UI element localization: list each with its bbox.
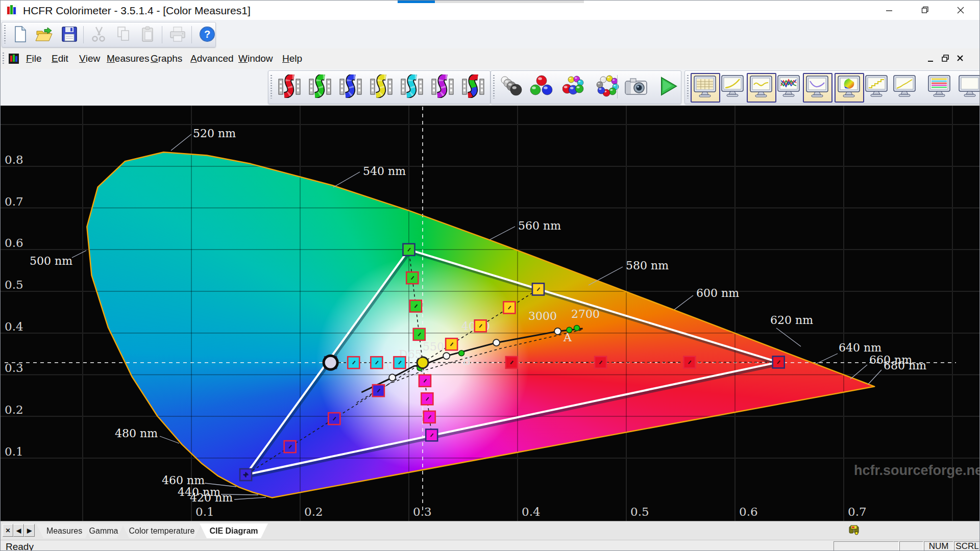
tab-measures[interactable]: Measures	[36, 523, 92, 538]
menu-measures[interactable]: Measures	[105, 48, 151, 69]
menu-advanced[interactable]: Advanced	[188, 48, 236, 69]
window-title: HCFR Colorimeter - 3.5.1.4 - [Color Meas…	[23, 5, 251, 17]
measure-red-film-icon	[278, 74, 301, 100]
view-nearblack-icon	[864, 74, 890, 100]
cut-scissors-icon	[90, 25, 108, 45]
wavelength-leader	[589, 267, 623, 285]
continuous-measure-button[interactable]	[592, 74, 624, 101]
cct-marker-5500	[443, 353, 450, 359]
wavelength-leader	[776, 328, 801, 346]
wavelength-label: 480 nm	[115, 427, 158, 440]
help-button[interactable]: ?	[195, 24, 219, 46]
x-axis-tick-label: 0.6	[739, 505, 758, 518]
print-button	[166, 24, 189, 46]
menu-help[interactable]: Help	[280, 48, 304, 69]
view-nearwhite-button[interactable]	[891, 73, 919, 102]
prev-tab-button[interactable]: ◀	[13, 524, 24, 537]
cie-diagram-view[interactable]: 95005500400030002700ABCD65520 nm540 nm56…	[1, 106, 980, 521]
mdi-document-icon	[9, 54, 19, 66]
menu-view[interactable]: View	[77, 48, 102, 69]
wavelength-leader	[850, 365, 867, 379]
view-measures-grid-icon	[693, 75, 718, 101]
view-extra-button[interactable]	[956, 73, 980, 102]
menubar-grip	[3, 53, 4, 65]
main-toolbar: ?	[1, 20, 980, 48]
status-message: Ready	[6, 541, 34, 551]
view-nearblack-button[interactable]	[863, 73, 891, 102]
measured-white-marker	[324, 356, 337, 369]
tab-color-temperature[interactable]: Color temperature	[122, 523, 202, 538]
y-axis-tick-label: 0.8	[5, 153, 23, 166]
view-color-temperature-button[interactable]	[775, 73, 803, 102]
wavelength-leader	[333, 172, 360, 187]
app-logo-icon	[6, 4, 18, 18]
mdi-close-button[interactable]	[956, 54, 964, 64]
gray-scale-measure-icon	[499, 75, 523, 99]
copy-icon	[115, 25, 132, 45]
window-close-button[interactable]	[946, 1, 975, 19]
wavelength-label: 460 nm	[162, 474, 205, 487]
x-axis-tick-label: 0.7	[848, 505, 867, 518]
wavelength-label: 580 nm	[626, 259, 669, 272]
view-rgb-levels-button[interactable]	[747, 73, 776, 103]
measure-cyan-button[interactable]	[398, 73, 426, 101]
view-gamma-icon	[720, 74, 746, 100]
mdi-controls	[926, 53, 977, 65]
run-measures-play-button[interactable]	[653, 74, 683, 101]
view-cie-diagram-icon	[837, 75, 862, 101]
menu-bar: FileEditViewMeasuresGraphsAdvancedWindow…	[1, 48, 980, 69]
menu-window[interactable]: Window	[236, 48, 275, 69]
window-restore-button[interactable]	[910, 1, 940, 19]
wavelength-leader	[868, 370, 881, 384]
open-folder-button[interactable]	[33, 24, 57, 46]
measure-green-film-icon	[308, 74, 332, 100]
wavelength-leader	[72, 251, 86, 258]
measure-blue-film-icon	[339, 74, 362, 100]
mdi-restore-button[interactable]	[941, 54, 950, 65]
view-luminance-button[interactable]	[803, 73, 832, 103]
gray-scale-measure-button[interactable]	[497, 74, 525, 101]
toolbar-separator	[162, 26, 162, 43]
new-document-button[interactable]	[9, 24, 32, 46]
wavelength-leader	[674, 295, 693, 310]
capture-camera-button[interactable]	[621, 74, 652, 101]
save-floppy-button[interactable]	[58, 24, 81, 46]
window-minimize-button[interactable]	[874, 1, 904, 19]
app-window: HCFR Colorimeter - 3.5.1.4 - [Color Meas…	[0, 0, 980, 551]
view-color-temperature-icon	[776, 74, 802, 100]
measure-yellow-button[interactable]	[367, 73, 396, 101]
next-tab-button[interactable]: ▶	[24, 524, 35, 537]
measure-magenta-button[interactable]	[428, 73, 457, 101]
menu-file[interactable]: File	[24, 48, 44, 69]
measure-yellow-film-icon	[370, 74, 393, 100]
toolbar-separator	[83, 26, 84, 43]
cct-label-2700: 2700	[571, 308, 600, 320]
measure-blue-button[interactable]	[336, 73, 365, 101]
measure-red-button[interactable]	[275, 73, 304, 101]
cct-label-3000: 3000	[528, 310, 557, 322]
view-gamma-button[interactable]	[719, 73, 747, 102]
sensor-icon	[848, 523, 860, 538]
top-progress-artifact-gray	[435, 1, 584, 3]
wavelength-leader	[171, 134, 191, 151]
x-axis-tick-label: 0.5	[630, 505, 649, 518]
view-cie-diagram-button[interactable]	[835, 73, 864, 103]
measure-green-button[interactable]	[306, 73, 334, 101]
wavelength-label: 640 nm	[839, 341, 881, 354]
primaries-measure-button[interactable]	[526, 74, 557, 101]
y-axis-tick-label: 0.5	[5, 278, 23, 291]
wavelength-label: 600 nm	[696, 287, 739, 299]
close-tabbar-button[interactable]: ✕	[3, 524, 13, 537]
secondaries-measure-button[interactable]	[558, 74, 591, 101]
menu-graphs[interactable]: Graphs	[149, 48, 184, 69]
tab-cie-diagram[interactable]: CIE Diagram	[200, 523, 268, 538]
wavelength-label: 540 nm	[363, 165, 406, 178]
illuminant-dot-x	[574, 325, 580, 331]
tab-gamma[interactable]: Gamma	[83, 523, 124, 538]
measure-rgb-button[interactable]	[459, 73, 487, 101]
menu-edit[interactable]: Edit	[50, 48, 70, 69]
view-satluminance-button[interactable]	[925, 73, 954, 102]
view-measures-grid-button[interactable]	[691, 73, 720, 103]
mdi-minimize-button[interactable]	[926, 55, 936, 65]
wavelength-leader	[489, 227, 515, 240]
